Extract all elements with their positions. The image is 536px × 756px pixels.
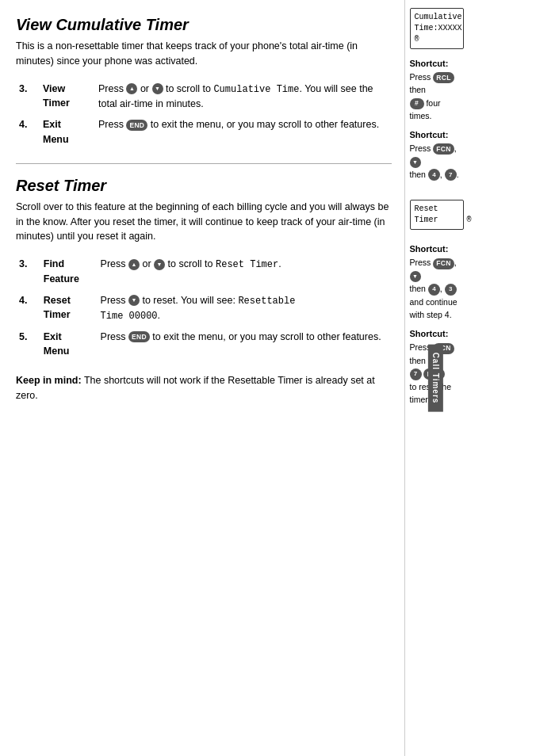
step-label: ResetTimer (40, 290, 98, 326)
key-7: 7 (410, 368, 422, 380)
main-content: View Cumulative Timer This is a non-rese… (0, 0, 404, 756)
reset-timer-title: Reset Timer (16, 177, 392, 195)
section-divider (16, 163, 392, 164)
cumulative-timer-desc: This is a non-resettable timer that keep… (16, 39, 392, 69)
reset-steps-table: 3. FindFeature Press or to scroll to Res… (16, 254, 392, 362)
screen-line2: Time:XXXXX ® (415, 24, 462, 44)
key-7: 7 (445, 169, 457, 181)
step-desc: Press or to scroll to Cumulative Time. Y… (95, 78, 392, 115)
shortcut-1-text: Press RCL then # four times. (410, 71, 464, 122)
screen-line1: Reset (415, 204, 438, 213)
end-key: END (126, 120, 147, 131)
shortcut-1-title: Shortcut: (410, 57, 464, 71)
key-4: 4 (428, 284, 440, 296)
scroll-down-icon (128, 295, 140, 306)
shortcut-2-text: Press FCN, then 4, 7. (410, 142, 464, 181)
shortcut-2: Shortcut: Press FCN, then 4, 7. (410, 128, 464, 181)
fcn-key: FCN (433, 143, 454, 155)
fcn-key: FCN (433, 258, 454, 269)
step-number: 5. (16, 326, 40, 363)
shortcut-2-title: Shortcut: (410, 128, 464, 142)
cumulative-timer-title: View Cumulative Timer (16, 16, 392, 34)
step-label: ExitMenu (40, 114, 95, 151)
key-3: 3 (445, 284, 457, 296)
reset-timer-section: Reset Timer Scroll over to this feature … (16, 177, 392, 403)
reset-screen-box: Reset Timer ® (410, 200, 464, 230)
scroll-down-icon (154, 259, 165, 270)
cumulative-screen-box: Cumulative Time:XXXXX ® (410, 8, 464, 49)
table-row: 4. ExitMenu Press END to exit the menu, … (16, 114, 392, 151)
step-desc: Press to reset. You will see: Resettable… (98, 290, 392, 326)
scroll-down-icon (410, 157, 421, 168)
end-key: END (128, 331, 150, 342)
page: View Cumulative Timer This is a non-rese… (0, 0, 536, 756)
step-desc: Press END to exit the menu, or you may s… (95, 114, 392, 151)
sidebar: Cumulative Time:XXXXX ® Shortcut: Press … (404, 0, 468, 756)
sidebar-tab-label: Call Timers (428, 345, 443, 412)
shortcut-4-title: Shortcut: (410, 327, 464, 341)
scroll-down-icon (152, 83, 163, 94)
table-row: 3. FindFeature Press or to scroll to Res… (16, 254, 392, 290)
rcl-key: RCL (433, 72, 454, 83)
menu-item-text: Reset Timer (216, 259, 278, 270)
cumulative-timer-section: View Cumulative Timer This is a non-rese… (16, 16, 392, 151)
step-number: 3. (16, 78, 40, 115)
table-row: 3. ViewTimer Press or to scroll to Cumul… (16, 78, 392, 115)
step-label: ExitMenu (40, 326, 98, 363)
step-label: FindFeature (40, 254, 98, 290)
screen-line2: Timer ® (415, 216, 472, 224)
scroll-up-icon (126, 83, 137, 94)
scroll-up-icon (128, 259, 140, 270)
step-desc: Press END to exit the menu, or you may s… (98, 326, 392, 363)
shortcut-1: Shortcut: Press RCL then # four times. (410, 57, 464, 122)
cumulative-steps-table: 3. ViewTimer Press or to scroll to Cumul… (16, 78, 392, 151)
menu-item-text: Cumulative Time (213, 84, 299, 95)
step-desc: Press or to scroll to Reset Timer. (98, 254, 392, 290)
keep-in-mind-label: Keep in mind: (16, 375, 82, 386)
scroll-down-icon (410, 271, 421, 282)
step-number: 4. (16, 114, 40, 151)
keep-in-mind: Keep in mind: The shortcuts will not wor… (16, 373, 392, 403)
step-number: 3. (16, 254, 40, 290)
screen-line1: Cumulative (415, 13, 462, 21)
shortcut-3-text: Press FCN, then 4, 3 and continuewith st… (410, 256, 464, 321)
reset-timer-desc: Scroll over to this feature at the begin… (16, 200, 392, 244)
table-row: 4. ResetTimer Press to reset. You will s… (16, 290, 392, 326)
hash-key: # (410, 98, 424, 109)
table-row: 5. ExitMenu Press END to exit the menu, … (16, 326, 392, 363)
key-4: 4 (428, 169, 440, 181)
shortcut-3-title: Shortcut: (410, 242, 464, 256)
step-label: ViewTimer (40, 78, 95, 115)
step-number: 4. (16, 290, 40, 326)
shortcut-3: Shortcut: Press FCN, then 4, 3 and conti… (410, 242, 464, 321)
